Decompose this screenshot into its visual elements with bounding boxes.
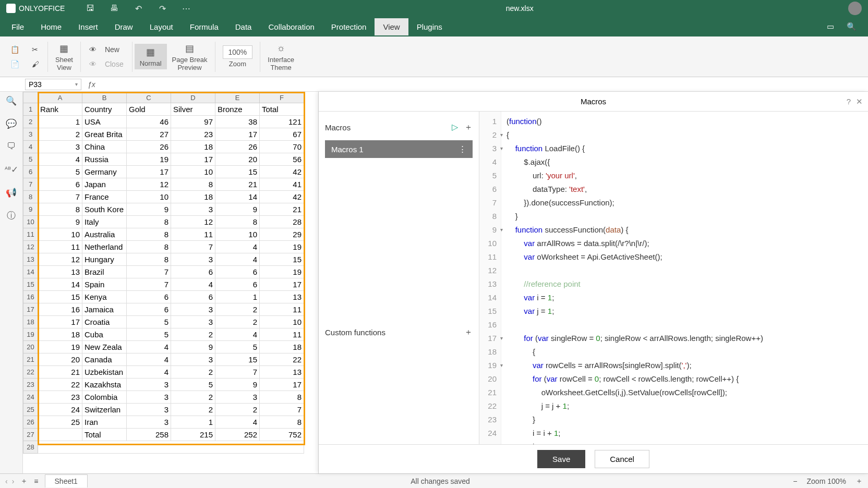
cell[interactable]: 2	[171, 366, 215, 379]
cell[interactable]: 15	[215, 353, 260, 366]
add-macro-icon[interactable]: ＋	[464, 122, 473, 133]
cell[interactable]: 3	[171, 316, 215, 328]
cell[interactable]: 3	[127, 391, 171, 404]
row-header[interactable]: 9	[23, 203, 38, 216]
cell[interactable]: Kenya	[82, 291, 127, 303]
cell[interactable]: Iran	[82, 416, 127, 429]
paste-button[interactable]: 📄	[6, 58, 23, 70]
cell[interactable]: 3	[171, 203, 215, 216]
row-header[interactable]: 1	[23, 103, 38, 116]
cell[interactable]: Brazil	[82, 266, 127, 278]
save-button[interactable]: Save	[537, 450, 585, 468]
cell[interactable]: 18	[171, 141, 215, 153]
cell[interactable]: Cuba	[82, 328, 127, 341]
cell[interactable]: Switzerlan	[82, 404, 127, 416]
new-view-button[interactable]: 👁 New	[85, 43, 128, 56]
column-header[interactable]: B	[82, 92, 127, 103]
row-header[interactable]: 11	[23, 228, 38, 241]
row-header[interactable]: 3	[23, 128, 38, 141]
cell[interactable]: Uzbekistan	[82, 366, 127, 379]
cell[interactable]: 20	[38, 353, 82, 366]
cell[interactable]: 2	[171, 404, 215, 416]
cell[interactable]: 7	[127, 278, 171, 291]
cell[interactable]: 24	[38, 404, 82, 416]
cell[interactable]: 10	[127, 191, 171, 203]
column-header[interactable]: C	[127, 92, 171, 103]
row-header[interactable]: 10	[23, 216, 38, 228]
row-header[interactable]: 16	[23, 291, 38, 303]
cell[interactable]: Russia	[82, 153, 127, 166]
next-sheet-icon[interactable]: ›	[12, 477, 15, 485]
cell[interactable]: 13	[38, 266, 82, 278]
row-header[interactable]: 20	[23, 341, 38, 353]
cell[interactable]: 9	[215, 203, 260, 216]
row-header[interactable]: 6	[23, 166, 38, 178]
cell[interactable]: 20	[215, 153, 260, 166]
fx-label[interactable]: ƒx	[85, 79, 99, 90]
cell[interactable]: 21	[38, 366, 82, 379]
cell[interactable]: Country	[82, 103, 127, 116]
cell[interactable]: 42	[260, 166, 304, 178]
zoom-button[interactable]: 100% Zoom	[218, 43, 258, 70]
cell[interactable]: 67	[260, 128, 304, 141]
cell[interactable]: 6	[171, 291, 215, 303]
row-header[interactable]: 12	[23, 241, 38, 253]
row-header[interactable]: 24	[23, 391, 38, 404]
row-header[interactable]: 23	[23, 379, 38, 391]
cell[interactable]: 8	[171, 178, 215, 191]
row-header[interactable]: 15	[23, 278, 38, 291]
cell[interactable]: 7	[38, 191, 82, 203]
cut-button[interactable]: ✂	[28, 43, 43, 56]
format-painter-button[interactable]: 🖌	[28, 58, 43, 70]
prev-sheet-icon[interactable]: ‹	[5, 477, 8, 485]
cell[interactable]: 10	[38, 228, 82, 241]
cell[interactable]: 215	[171, 429, 215, 441]
cell[interactable]: 252	[215, 429, 260, 441]
cell[interactable]: Netherland	[82, 241, 127, 253]
cell[interactable]: 70	[260, 141, 304, 153]
comments-icon[interactable]: 💬	[6, 118, 17, 129]
cell[interactable]: 29	[260, 228, 304, 241]
cell[interactable]: 22	[38, 379, 82, 391]
cell[interactable]: 41	[260, 178, 304, 191]
cell[interactable]: 6	[127, 303, 171, 316]
tab-protection[interactable]: Protection	[323, 18, 375, 35]
cell[interactable]: 4	[215, 241, 260, 253]
zoom-in-icon[interactable]: ＋	[855, 477, 863, 486]
cell[interactable]: 9	[171, 341, 215, 353]
cell[interactable]: 23	[171, 128, 215, 141]
tab-layout[interactable]: Layout	[141, 18, 182, 35]
cell[interactable]: Total	[82, 429, 127, 441]
cell[interactable]: 2	[215, 303, 260, 316]
cell[interactable]: 6	[171, 266, 215, 278]
close-icon[interactable]: ✕	[856, 97, 863, 106]
cell[interactable]: 2	[215, 316, 260, 328]
interface-theme-button[interactable]: ☼ Interface Theme	[262, 40, 299, 74]
cell[interactable]: 19	[260, 241, 304, 253]
page-break-preview-button[interactable]: ▤ Page Break Preview	[167, 40, 213, 74]
cell[interactable]: 3	[38, 141, 82, 153]
cell[interactable]: 11	[171, 228, 215, 241]
cell[interactable]: 9	[38, 216, 82, 228]
column-header[interactable]: A	[38, 92, 82, 103]
sheet-list-icon[interactable]: ≡	[34, 477, 38, 485]
cell[interactable]: 7	[127, 266, 171, 278]
cell[interactable]: 9	[215, 379, 260, 391]
column-header[interactable]: F	[260, 92, 304, 103]
more-icon[interactable]: ⋯	[182, 4, 191, 13]
cell[interactable]: 14	[215, 191, 260, 203]
cell[interactable]: 7	[215, 366, 260, 379]
tab-draw[interactable]: Draw	[106, 18, 141, 35]
cell[interactable]: Colombia	[82, 391, 127, 404]
cell[interactable]: 752	[260, 429, 304, 441]
cell[interactable]: 17	[215, 128, 260, 141]
cell[interactable]: 18	[38, 328, 82, 341]
cell[interactable]: 17	[127, 166, 171, 178]
cell[interactable]: 5	[127, 316, 171, 328]
row-header[interactable]: 13	[23, 253, 38, 266]
cell[interactable]: 5	[127, 328, 171, 341]
cell[interactable]: 6	[38, 178, 82, 191]
tab-plugins[interactable]: Plugins	[408, 18, 451, 35]
cell[interactable]: 18	[171, 191, 215, 203]
cell[interactable]: 2	[171, 391, 215, 404]
